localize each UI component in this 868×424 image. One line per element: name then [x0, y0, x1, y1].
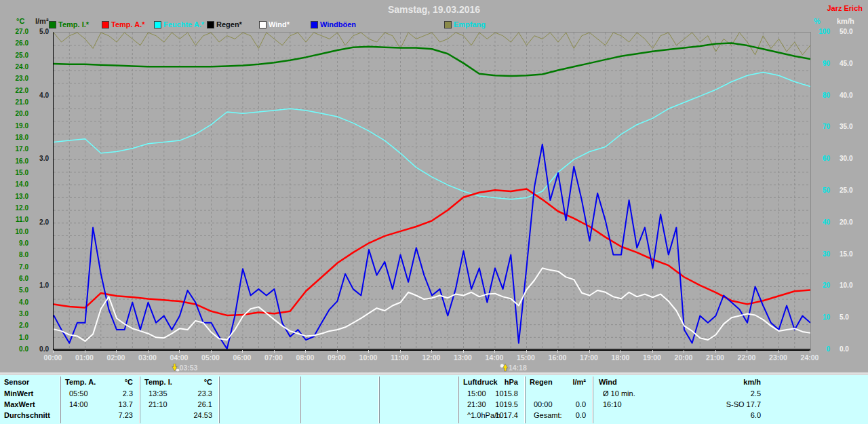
- x-axis-tick-label: 20:00: [669, 353, 698, 362]
- table-column-wind: Windkm/hØ 10 min.2.516:10S-SO 17.76.0: [595, 375, 765, 424]
- axis-tick-label: 35.0: [840, 123, 852, 130]
- marker-time-label: 03:53: [180, 364, 198, 372]
- x-axis-tick-label: 02:00: [101, 353, 131, 362]
- legend-color-swatch: [444, 21, 452, 28]
- table-row-label: Sensor: [4, 378, 29, 388]
- table-column-separator: [592, 377, 593, 423]
- x-axis-tick-label: 01:00: [70, 353, 100, 362]
- x-axis-tick: [368, 350, 369, 353]
- legend-item-label: Wind*: [269, 20, 290, 28]
- table-cell-time: 15:00: [467, 389, 486, 398]
- axis-tick-label: 20: [812, 282, 830, 289]
- table-row-label: MaxWert: [4, 400, 35, 410]
- table-col-unit: °C: [125, 378, 133, 386]
- table-cell-value: 6.0: [751, 411, 761, 419]
- axis-tick-label: 0.0: [8, 346, 28, 353]
- table-column-temp-a-: Temp. A.°C05:502.314:0013.77.23: [61, 375, 137, 424]
- x-axis-tick: [116, 350, 117, 353]
- axis-tick-label: 3.0: [8, 311, 28, 317]
- table-row-label: Durchschnitt: [4, 411, 50, 421]
- legend-color-swatch: [102, 21, 109, 28]
- x-axis-tick: [85, 350, 85, 353]
- table-cell-value: 2.5: [751, 389, 761, 398]
- legend-item-label: Temp. I.*: [58, 20, 89, 28]
- axis-tick-label: 7.0: [8, 264, 28, 271]
- x-axis-tick: [620, 350, 621, 353]
- axis-tick-label: 22.0: [8, 88, 28, 94]
- x-axis-tick-label: 04:00: [164, 353, 194, 362]
- table-cell-value: 7.23: [119, 411, 133, 419]
- x-axis-tick-label: 23:00: [764, 353, 793, 362]
- table-column-separator: [378, 377, 380, 423]
- chart-canvas: [54, 33, 810, 350]
- axis-tick-label: 20.0: [8, 111, 28, 117]
- x-axis-tick-label: 19:00: [637, 353, 667, 362]
- chart-plot-area[interactable]: [53, 32, 811, 351]
- table-col-name: Luftdruck: [463, 378, 498, 386]
- axis-tick-label: 26.0: [8, 40, 28, 47]
- moonrise-icon: [500, 364, 509, 372]
- axis-tick-label: 8.0: [8, 252, 28, 258]
- x-axis-tick: [778, 350, 779, 353]
- x-axis-tick: [148, 350, 149, 353]
- table-col-unit: °C: [204, 378, 212, 386]
- moonset-icon: [172, 364, 180, 372]
- x-axis-tick-label: 11:00: [385, 353, 415, 362]
- axis-tick-label: 15.0: [840, 251, 852, 258]
- x-axis-tick: [526, 350, 527, 353]
- table-column-separator: [300, 377, 301, 423]
- axis-tick-label: 27.0: [8, 28, 28, 35]
- axis-tick-label: 12.0: [8, 205, 28, 212]
- x-axis-tick: [211, 350, 212, 353]
- x-axis-tick-label: 18:00: [606, 353, 635, 362]
- axis-tick-label: 100: [812, 28, 830, 35]
- axis-tick-label: 5.0: [8, 287, 28, 294]
- series-empfang: [54, 33, 810, 55]
- axis-tick-label: 5.0: [31, 28, 49, 35]
- table-col-unit: hPa: [505, 378, 518, 386]
- x-axis-tick-label: 21:00: [701, 353, 730, 362]
- axis-tick-label: 4.0: [8, 299, 28, 306]
- axis-tick-label: 45.0: [840, 60, 852, 67]
- table-column-temp-i-: Temp. I.°C13:3523.321:1026.124.53: [140, 375, 216, 424]
- table-column-regen: Regenl/m²00:000.0Gesamt:0.0: [526, 375, 590, 424]
- table-column-separator: [218, 377, 220, 423]
- marker-time-label: 14:18: [509, 364, 527, 372]
- axis-tick-label: 10.0: [8, 229, 28, 235]
- axis-tick-label: 9.0: [8, 240, 28, 247]
- axis-tick-label: 16.0: [8, 158, 28, 165]
- axis-tick-label: 70: [812, 123, 830, 130]
- table-cell-value: 0.0: [576, 411, 586, 419]
- table-column-luftdruck: LuftdruckhPa15:001015.821:301019.5^1.0hP…: [459, 375, 522, 424]
- x-axis-tick: [242, 350, 243, 353]
- axis-tick-label: 21.0: [8, 99, 28, 106]
- table-col-name: Temp. A.: [65, 378, 96, 386]
- legend-item-label: Regen*: [216, 20, 242, 28]
- axis-tick-label: 2.0: [31, 219, 49, 226]
- x-axis-tick-label: 00:00: [38, 353, 68, 362]
- x-axis-tick-label: 22:00: [732, 353, 762, 362]
- x-axis-tick: [557, 350, 558, 353]
- axis-tick-label: 90: [812, 60, 830, 67]
- axis-tick-label: 15.0: [8, 170, 28, 176]
- axis-tick-label: 30: [812, 251, 830, 258]
- axis-tick-label: 3.0: [31, 155, 49, 162]
- x-axis-tick-label: 15:00: [511, 353, 541, 362]
- axis-tick-label: 30.0: [840, 155, 852, 162]
- axis-tick-label: 60: [812, 155, 830, 162]
- x-axis-tick: [589, 350, 590, 353]
- x-axis-tick-label: 03:00: [133, 353, 163, 362]
- axis-tick-label: 19.0: [8, 123, 28, 130]
- table-cell-time: 00:00: [534, 400, 553, 408]
- x-axis-tick-label: 17:00: [574, 353, 604, 362]
- x-axis-tick-label: 24:00: [795, 353, 825, 362]
- x-axis-tick: [810, 350, 810, 353]
- x-axis-tick-label: 07:00: [259, 353, 289, 362]
- x-axis-tick-label: 06:00: [227, 353, 257, 362]
- table-cell-time: Gesamt:: [534, 411, 562, 419]
- table-col-name: Wind: [599, 378, 617, 386]
- table-cell-value: 2.3: [123, 389, 133, 398]
- x-axis-tick: [715, 350, 716, 353]
- x-axis-tick-label: 08:00: [290, 353, 320, 362]
- table-col-unit: km/h: [743, 378, 761, 386]
